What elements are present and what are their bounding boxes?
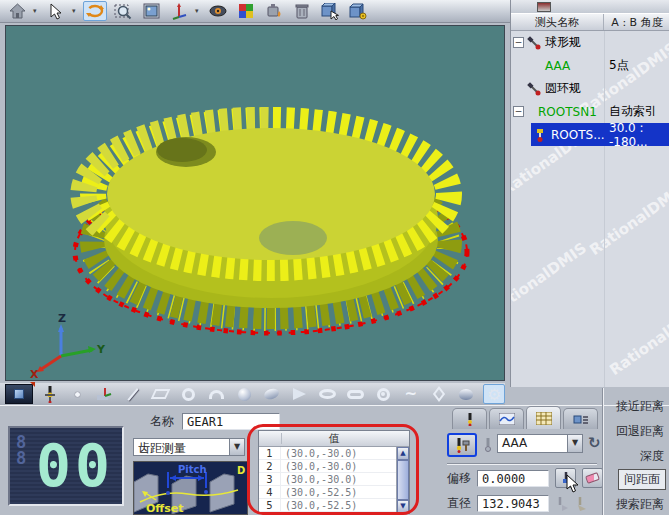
slot-feature-button[interactable]	[344, 384, 366, 404]
dropdown-arrow-icon[interactable]: ▼	[229, 438, 245, 456]
value-row[interactable]: 4 (30.0,-52.5)	[259, 486, 409, 499]
scroll-down-icon[interactable]: ▼	[397, 500, 409, 513]
tab-report[interactable]	[563, 408, 598, 429]
offset-edit-button[interactable]	[582, 468, 603, 488]
led-counter: 8 8 00	[8, 426, 124, 506]
value-list-scrollbar[interactable]: ▲ ▼	[396, 447, 409, 513]
slot-icon	[347, 390, 364, 399]
curve-feature-button[interactable]: ~	[400, 384, 422, 404]
sphere-icon	[238, 388, 251, 401]
cylinder-solid-feature-button[interactable]	[455, 384, 477, 404]
rotate-view-button[interactable]	[83, 1, 107, 21]
tree-item-aaa[interactable]: AAA 5点	[511, 54, 669, 77]
model-tools-button[interactable]	[346, 1, 370, 21]
pick-model-button[interactable]	[318, 1, 342, 21]
diameter-input[interactable]: 132.9043	[477, 495, 549, 512]
color-palette-button[interactable]	[234, 1, 258, 21]
collapse-icon[interactable]: −	[513, 106, 524, 117]
arc-feature-button[interactable]	[205, 384, 227, 404]
cone-icon	[293, 388, 306, 400]
d-label: D	[237, 465, 245, 476]
value-list[interactable]: 值 1 (30.0,-30.0) 2 (30.0,-30.0) 3 (30.0,…	[258, 430, 410, 514]
tab-table[interactable]	[526, 406, 561, 429]
value-row[interactable]: 5 (30.0,-52.5)	[259, 499, 409, 512]
probe-disabled-icon	[575, 496, 589, 512]
scrollbar-thumb[interactable]	[397, 460, 409, 500]
row-value: (30.0,-30.0)	[281, 473, 357, 485]
eraser-icon	[585, 472, 600, 484]
offset-input[interactable]: 0.0000	[477, 470, 549, 487]
probe-combobox[interactable]: AAA ▼	[497, 434, 583, 453]
zoom-region-button[interactable]	[111, 1, 135, 21]
dropdown-arrow-icon[interactable]: ▼	[567, 434, 583, 453]
point-feature-button[interactable]	[67, 384, 89, 404]
select-cursor-button[interactable]	[44, 1, 68, 21]
approach-distance-label[interactable]: 接近距离	[616, 398, 664, 415]
ellipse-feature-button[interactable]	[317, 384, 339, 404]
probe-icon	[527, 82, 541, 96]
plane-feature-button[interactable]	[150, 384, 172, 404]
watermark: RationalDMIS	[586, 179, 669, 259]
model-view-button[interactable]	[5, 384, 33, 404]
ring-feature-button[interactable]	[372, 384, 394, 404]
tab-graph[interactable]	[489, 408, 524, 429]
value-row[interactable]: 1 (30.0,-30.0)	[259, 447, 409, 460]
axes-dropdown-arrow[interactable]: ▾	[195, 7, 202, 15]
offset-measure-button[interactable]	[555, 468, 576, 488]
circle-feature-button[interactable]	[178, 384, 200, 404]
probe-tab-icon	[463, 412, 477, 426]
spacing-plane-button[interactable]: 间距面	[618, 469, 666, 490]
home-button[interactable]	[5, 1, 29, 21]
depth-label[interactable]: 深度	[640, 448, 664, 465]
axis-y-label: Y	[96, 343, 106, 356]
panel-divider	[602, 388, 604, 515]
curve-icon: ~	[404, 387, 417, 402]
row-value: (30.0,-52.5)	[281, 486, 357, 498]
fit-image-button[interactable]	[139, 1, 163, 21]
render-tool-button[interactable]	[262, 1, 286, 21]
offset-label: 偏移	[447, 470, 471, 487]
search-distance-label[interactable]: 搜索距离	[616, 496, 664, 513]
surface-feature-button[interactable]	[428, 384, 450, 404]
home-dropdown-arrow[interactable]: ▾	[33, 7, 40, 15]
tree-item-roots-selected[interactable]: ROOTS... 30.0 : -180...	[511, 123, 669, 146]
led-value: 00	[36, 430, 114, 502]
value-row[interactable]: 3 (30.0,-30.0)	[259, 473, 409, 486]
point-icon	[75, 392, 80, 397]
watermark: RationalDMIS	[510, 239, 590, 319]
measure-mode-select[interactable]: 齿距测量 ▼	[133, 438, 245, 456]
coordinate-system-button[interactable]	[167, 1, 191, 21]
tree-item-label: ROOTS...	[551, 128, 605, 142]
tree-header[interactable]: 测头名称 A : B 角度	[511, 13, 669, 31]
name-input[interactable]: GEAR1	[182, 413, 280, 430]
3d-viewport[interactable]: Z Y X	[5, 25, 505, 381]
delete-button[interactable]	[290, 1, 314, 21]
line-feature-button[interactable]	[122, 384, 144, 404]
cone-feature-button[interactable]	[289, 384, 311, 404]
palette-icon	[238, 3, 254, 19]
refresh-icon[interactable]: ↻	[588, 434, 601, 452]
bottom-panel: 8 8 00 名称 GEAR1 齿距测量 ▼	[0, 405, 669, 515]
arc-icon	[209, 390, 224, 399]
probe-tool-button[interactable]	[39, 384, 61, 404]
watermark: RationalDMIS	[606, 299, 669, 379]
tree-item-ring-gauge[interactable]: 圆环规	[511, 77, 669, 100]
gear-feature-button[interactable]: ⚙	[483, 384, 505, 404]
column-ab-angle[interactable]: A : B 角度	[604, 14, 669, 30]
probe-select-button[interactable]	[447, 433, 477, 457]
column-probe-name[interactable]: 测头名称	[511, 14, 604, 30]
ring-icon	[377, 388, 390, 401]
tree-item-angle: 5点	[609, 57, 629, 74]
select-dropdown-arrow[interactable]: ▾	[72, 7, 79, 15]
cylinder-feature-button[interactable]	[261, 384, 283, 404]
collapse-icon[interactable]: −	[513, 37, 524, 48]
row-index: 2	[259, 460, 281, 472]
csys-feature-button[interactable]	[94, 384, 116, 404]
scroll-up-icon[interactable]: ▲	[397, 447, 409, 460]
retract-distance-label[interactable]: 回退距离	[616, 423, 664, 440]
tree-item-sphere-gauge[interactable]: − 球形规	[511, 31, 669, 54]
view-eye-button[interactable]	[206, 1, 230, 21]
tab-probe[interactable]	[452, 408, 487, 429]
value-row[interactable]: 2 (30.0,-30.0)	[259, 460, 409, 473]
sphere-feature-button[interactable]	[233, 384, 255, 404]
